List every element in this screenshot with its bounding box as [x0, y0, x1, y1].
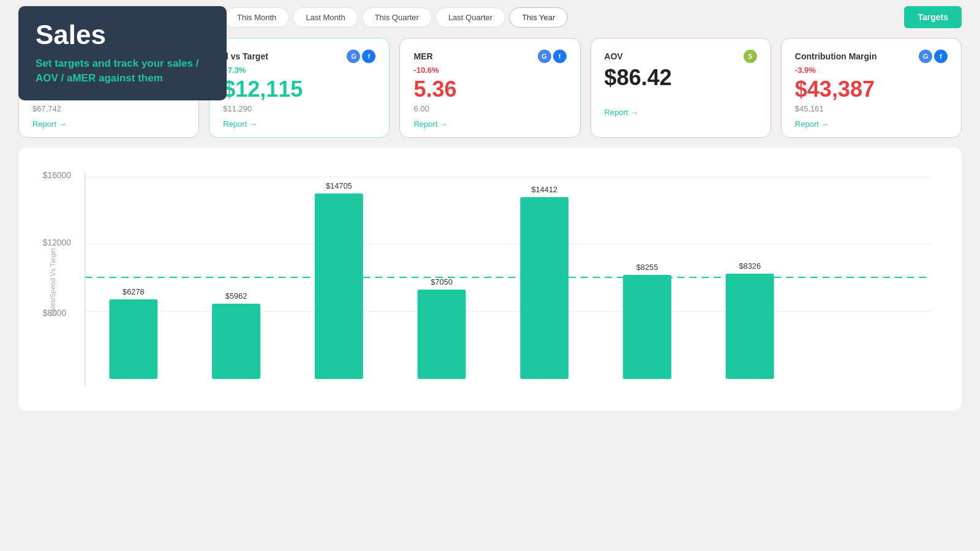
bar-1 — [109, 299, 157, 379]
card-icon-group: G f — [347, 50, 375, 63]
card-contribution-margin: Contribution Margin G f -3.9% $43,387 $4… — [781, 38, 962, 138]
bar-5 — [520, 197, 568, 379]
bar-6 — [623, 275, 671, 379]
bar-label-1: $6278 — [123, 287, 145, 296]
tooltip-title: Sales — [36, 20, 209, 50]
y-axis-label: Sales/Spend Vs Target — [49, 248, 56, 316]
card-main-value: $12,115 — [223, 77, 375, 102]
bar-chart: $16000 $12000 $8000 $6278 $5962 $14705 — [37, 160, 943, 405]
google-icon: G — [919, 50, 932, 63]
card-title: Contribution Margin — [795, 51, 877, 61]
facebook-icon: f — [553, 50, 567, 63]
card-main-value: 5.36 — [413, 77, 566, 102]
facebook-icon: f — [362, 50, 375, 63]
card-icon-group: S — [744, 50, 757, 63]
bar-label-5: $14412 — [531, 185, 557, 194]
tooltip-subtitle: Set targets and track your sales / AOV /… — [36, 56, 209, 86]
bar-label-2: $5962 — [225, 291, 247, 301]
tab-this-month[interactable]: This Month — [224, 7, 289, 28]
report-link[interactable]: Report → — [223, 119, 375, 129]
y-label-16000: $16000 — [43, 170, 71, 180]
page-wrapper: Sales Set targets and track your sales /… — [0, 0, 980, 551]
tab-last-month[interactable]: Last Month — [293, 7, 358, 28]
bar-label-6: $8255 — [636, 263, 658, 272]
google-icon: G — [538, 50, 551, 63]
card-sub-value: $45,161 — [795, 104, 948, 113]
card-aov: AOV S $86.42 Report → — [590, 38, 771, 138]
card-header: AOV S — [605, 50, 757, 63]
facebook-icon: f — [934, 50, 948, 63]
time-filter-tabs: This Month Last Month This Quarter Last … — [224, 7, 568, 28]
card-header: Contribution Margin G f — [795, 50, 948, 63]
card-change: -3.9% — [795, 66, 948, 75]
card-change: -10.6% — [413, 66, 566, 75]
tab-last-quarter[interactable]: Last Quarter — [435, 7, 505, 28]
bar-4 — [418, 290, 466, 379]
card-header: MER G f — [413, 50, 566, 63]
tab-this-year[interactable]: This Year — [509, 7, 568, 28]
report-link[interactable]: Report → — [795, 119, 948, 129]
bar-3 — [315, 193, 363, 379]
card-mer: MER G f -10.6% 5.36 6.00 Report → — [399, 38, 580, 138]
tab-this-quarter[interactable]: This Quarter — [362, 7, 432, 28]
report-link[interactable]: Report → — [413, 119, 566, 129]
bar-label-4: $7050 — [431, 277, 453, 287]
card-main-value: $43,387 — [795, 77, 948, 102]
card-sub-value: $67,742 — [32, 104, 185, 113]
bar-label-3: $14705 — [326, 181, 352, 190]
y-label-12000: $12000 — [43, 238, 71, 247]
targets-button[interactable]: Targets — [904, 6, 962, 28]
card-sub-value — [605, 92, 757, 102]
card-main-value: $86.42 — [605, 66, 757, 90]
bar-2 — [212, 304, 260, 379]
tooltip-overlay: Sales Set targets and track your sales /… — [18, 6, 227, 100]
google-icon: G — [347, 50, 360, 63]
card-icon-group: G f — [538, 50, 567, 63]
card-sub-value: 6.00 — [413, 104, 566, 113]
shopify-icon: S — [744, 50, 757, 63]
chart-container: $16000 $12000 $8000 $6278 $5962 $14705 — [18, 148, 962, 411]
card-title: d vs Target — [223, 51, 268, 61]
card-icon-group: G f — [919, 50, 948, 63]
bar-7 — [726, 274, 774, 379]
report-link[interactable]: Report → — [32, 119, 185, 129]
card-sub-value: $11,290 — [223, 104, 375, 113]
card-title: MER — [413, 51, 432, 61]
card-header: d vs Target G f — [223, 50, 375, 63]
card-change: +7.3% — [223, 66, 375, 75]
card-title: AOV — [605, 51, 623, 61]
report-link[interactable]: Report → — [605, 108, 757, 117]
bar-label-7: $8326 — [739, 261, 761, 271]
card-spend-vs-target: d vs Target G f +7.3% $12,115 $11,290 Re… — [209, 38, 390, 138]
